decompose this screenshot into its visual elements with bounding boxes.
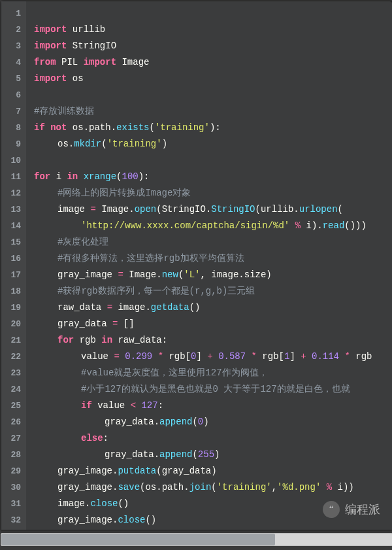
- code-area[interactable]: import urllibimport StringIOfrom PIL imp…: [26, 1, 392, 530]
- line-number: 16: [5, 250, 21, 267]
- code-line[interactable]: #网络上的图片转换成Image对象: [34, 185, 392, 201]
- code-line[interactable]: #存放训练数据: [34, 103, 392, 120]
- code-line[interactable]: import os: [34, 71, 392, 87]
- line-number: 1: [5, 5, 21, 22]
- line-number-gutter: 1234567891011121314151617181920212223242…: [1, 1, 26, 530]
- line-number: 6: [5, 87, 21, 103]
- watermark-text: 编程派: [345, 502, 380, 517]
- scrollbar-thumb[interactable]: [1, 534, 275, 545]
- code-line[interactable]: #获得rgb数据序列，每一个都是(r,g,b)三元组: [34, 283, 392, 300]
- code-line[interactable]: gray_image = Image.new('L', image.size): [34, 267, 392, 283]
- line-number: 15: [5, 234, 21, 250]
- line-number: 2: [5, 22, 21, 38]
- code-line[interactable]: if not os.path.exists('training'):: [34, 120, 392, 136]
- code-line[interactable]: for rgb in raw_data:: [34, 332, 392, 349]
- code-line[interactable]: [34, 5, 392, 22]
- code-editor[interactable]: 1234567891011121314151617181920212223242…: [1, 1, 392, 530]
- line-number: 29: [5, 463, 21, 479]
- line-number: 31: [5, 496, 21, 512]
- code-line[interactable]: raw_data = image.getdata(): [34, 300, 392, 316]
- line-number: 26: [5, 414, 21, 430]
- line-number: 8: [5, 120, 21, 136]
- code-line[interactable]: gray_data.append(0): [34, 414, 392, 430]
- code-line[interactable]: else:: [34, 430, 392, 447]
- line-number: 27: [5, 430, 21, 447]
- line-number: 12: [5, 185, 21, 201]
- line-number: 28: [5, 447, 21, 463]
- line-number: 19: [5, 300, 21, 316]
- line-number: 22: [5, 349, 21, 365]
- code-line[interactable]: #有很多种算法，这里选择rgb加权平均值算法: [34, 250, 392, 267]
- line-number: 5: [5, 71, 21, 87]
- horizontal-scrollbar[interactable]: [1, 533, 392, 546]
- code-line[interactable]: os.mkdir('training'): [34, 136, 392, 152]
- code-line[interactable]: import StringIO: [34, 38, 392, 54]
- line-number: 13: [5, 201, 21, 218]
- code-line[interactable]: [34, 152, 392, 169]
- line-number: 3: [5, 38, 21, 54]
- code-line[interactable]: gray_data.append(255): [34, 447, 392, 463]
- line-number: 18: [5, 283, 21, 300]
- line-number: 17: [5, 267, 21, 283]
- line-number: 23: [5, 365, 21, 381]
- code-line[interactable]: gray_image.putdata(gray_data): [34, 463, 392, 479]
- code-line[interactable]: gray_image.save(os.path.join('training',…: [34, 479, 392, 496]
- wechat-icon: ❝: [323, 501, 340, 518]
- watermark: ❝ 编程派: [323, 501, 380, 518]
- code-line[interactable]: for i in xrange(100):: [34, 169, 392, 185]
- line-number: 20: [5, 316, 21, 332]
- line-number: 30: [5, 479, 21, 496]
- code-line[interactable]: if value < 127:: [34, 398, 392, 414]
- line-number: 24: [5, 381, 21, 398]
- code-line[interactable]: from PIL import Image: [34, 54, 392, 71]
- code-line[interactable]: value = 0.299 * rgb[0] + 0.587 * rgb[1] …: [34, 349, 392, 365]
- code-line[interactable]: 'http://www.xxxx.com/captcha/sigin/%d' %…: [34, 218, 392, 234]
- line-number: 21: [5, 332, 21, 349]
- code-line[interactable]: [34, 87, 392, 103]
- line-number: 25: [5, 398, 21, 414]
- code-line[interactable]: #value就是灰度值，这里使用127作为阀值，: [34, 365, 392, 381]
- code-line[interactable]: image = Image.open(StringIO.StringIO(url…: [34, 201, 392, 218]
- code-line[interactable]: import urllib: [34, 22, 392, 38]
- line-number: 32: [5, 512, 21, 528]
- code-line[interactable]: gray_data = []: [34, 316, 392, 332]
- line-number: 14: [5, 218, 21, 234]
- line-number: 10: [5, 152, 21, 169]
- code-line[interactable]: #小于127的就认为是黑色也就是0 大于等于127的就是白色，也就: [34, 381, 392, 398]
- code-line[interactable]: #灰度化处理: [34, 234, 392, 250]
- line-number: 11: [5, 169, 21, 185]
- line-number: 4: [5, 54, 21, 71]
- line-number: 7: [5, 103, 21, 120]
- line-number: 9: [5, 136, 21, 152]
